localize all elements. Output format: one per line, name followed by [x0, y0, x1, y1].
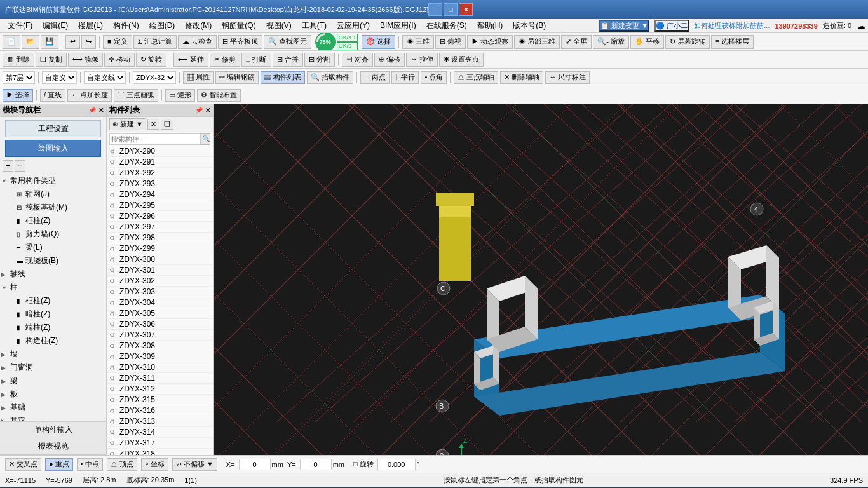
no-offset-button[interactable]: ↛ 不偏移 ▼: [172, 458, 217, 471]
comp-item-zdyx303[interactable]: ⚙ZDYX-303: [107, 287, 213, 297]
toggle-foundation[interactable]: ▶: [1, 405, 10, 411]
redo-button[interactable]: ↪: [81, 35, 96, 49]
tree-group-wall[interactable]: ▶ 墙: [0, 348, 106, 361]
screen-rotate-button[interactable]: ↻ 屏幕旋转: [665, 35, 710, 49]
new-change-button[interactable]: 📋 新建变更 ▼: [599, 20, 649, 32]
pick-comp-button[interactable]: 🔍 抬取构件: [307, 71, 353, 84]
toggle-wall[interactable]: ▶: [1, 351, 10, 358]
report-view-button[interactable]: 报表视览: [0, 438, 106, 455]
comp-panel-pin[interactable]: 📌: [195, 107, 203, 114]
menu-online[interactable]: 在线服务(S): [421, 19, 472, 32]
tree-collapse-button[interactable]: −: [15, 160, 25, 172]
comp-item-zdyx308[interactable]: ⚙ZDYX-308: [107, 341, 213, 351]
comp-item-zdyx300[interactable]: ⚙ZDYX-300: [107, 254, 213, 265]
toggle-slab[interactable]: ▶: [1, 391, 10, 398]
move-button[interactable]: ✛ 移动: [104, 53, 135, 67]
toggle-common[interactable]: ▼: [1, 178, 10, 184]
comp-item-zdyx292[interactable]: ⚙ZDYX-292: [107, 168, 213, 179]
axis-select[interactable]: 自定义线: [84, 71, 126, 84]
undo-button[interactable]: ↩: [65, 35, 80, 49]
comp-item-zdyx312[interactable]: ⚙ZDYX-312: [107, 384, 213, 395]
parallel-button[interactable]: ∥ 平行: [391, 71, 419, 84]
drawing-input-button[interactable]: 绘图输入: [5, 140, 101, 157]
sum-calc-button[interactable]: Σ 汇总计算: [133, 35, 177, 49]
comp-item-zdyx305[interactable]: ⚙ZDYX-305: [107, 308, 213, 319]
add-len-button[interactable]: ↔ 点加长度: [67, 89, 112, 102]
three-arc-button[interactable]: ⌒ 三点画弧: [114, 89, 158, 102]
menu-file[interactable]: 文件(F): [3, 19, 37, 32]
comp-item-zdyx295[interactable]: ⚙ZDYX-295: [107, 200, 213, 211]
copy-button[interactable]: ❑ 复制: [36, 53, 67, 67]
comp-item-zdyx299[interactable]: ⚙ZDYX-299: [107, 243, 213, 254]
x-input[interactable]: [239, 459, 271, 470]
flat-slab-button[interactable]: ⊟ 平齐板顶: [218, 35, 262, 49]
toggle-beam[interactable]: ▶: [1, 378, 10, 384]
minimize-button[interactable]: ─: [428, 3, 442, 16]
left-panel-close[interactable]: ✕: [98, 107, 104, 114]
tree-item-col-struct[interactable]: ▮ 构造柱(Z): [0, 334, 106, 348]
toggle-col[interactable]: ▼: [1, 285, 10, 291]
3d-button[interactable]: ◈ 三维: [402, 35, 434, 49]
zoom-out-button[interactable]: 🔍- 缩放: [593, 35, 629, 49]
extend-button[interactable]: ⟵ 延伸: [173, 53, 208, 67]
menu-view[interactable]: 视图(V): [261, 19, 297, 32]
close-button[interactable]: ✕: [459, 3, 473, 16]
menu-edit[interactable]: 编辑(E): [37, 19, 73, 32]
offset-button[interactable]: ⊕ 偏移: [374, 53, 405, 67]
rotate-input[interactable]: [377, 459, 416, 470]
new-button[interactable]: 📄: [3, 35, 20, 49]
comp-item-zdyx296[interactable]: ⚙ZDYX-296: [107, 211, 213, 222]
comp-item-zdyx306[interactable]: ⚙ZDYX-306: [107, 319, 213, 330]
split-button[interactable]: ⊟ 分割: [304, 53, 335, 67]
edit-rebar-button[interactable]: ✏ 编辑钢筋: [215, 71, 259, 84]
menu-bim[interactable]: BIM应用(I): [375, 19, 421, 32]
tree-item-shearwall[interactable]: ▯ 剪力墙(Q): [0, 227, 106, 241]
comp-item-zdyx313[interactable]: ⚙ZDYX-313: [107, 416, 213, 427]
engineering-setup-button[interactable]: 工程设置: [5, 120, 101, 137]
break-button[interactable]: ⟂ 打断: [241, 53, 271, 67]
comp-list-button[interactable]: ▤ 构件列表: [261, 71, 305, 84]
tree-item-castslab[interactable]: ▬ 现浇板(B): [0, 254, 106, 268]
find-elem-button[interactable]: 🔍 查找图元: [264, 35, 311, 49]
menu-tools[interactable]: 工具(T): [297, 19, 332, 32]
type-select[interactable]: 自定义: [42, 71, 77, 84]
layer-select[interactable]: 第7层: [3, 71, 35, 84]
menu-version[interactable]: 版本号(B): [508, 19, 551, 32]
define-button[interactable]: ■ 定义: [103, 35, 132, 49]
menu-cloud[interactable]: 云应用(Y): [332, 19, 375, 32]
tree-group-common[interactable]: ▼ 常用构件类型: [0, 174, 106, 187]
save-button[interactable]: 💾: [41, 35, 58, 49]
tree-item-col-end[interactable]: ▮ 端柱(Z): [0, 321, 106, 334]
tree-group-axisline[interactable]: ▶ 轴线: [0, 268, 106, 281]
tree-item-axis[interactable]: ⊞ 轴网(J): [0, 187, 106, 201]
menu-help[interactable]: 帮助(H): [472, 19, 508, 32]
pan-button[interactable]: ✋ 平移: [630, 35, 664, 49]
restore-button[interactable]: □: [444, 3, 458, 16]
two-pts-button[interactable]: ⊥ 两点: [360, 71, 390, 84]
snap-heavy-button[interactable]: ● 重点: [45, 458, 73, 471]
tree-group-col[interactable]: ▼ 柱: [0, 281, 106, 294]
3d-viewport[interactable]: X Z Y A1 4 C B: [214, 104, 868, 455]
tree-item-col-frame[interactable]: ▮ 框柱(Z): [0, 294, 106, 308]
comp-item-zdyx304[interactable]: ⚙ZDYX-304: [107, 297, 213, 308]
rotate-button[interactable]: ↻ 旋转: [136, 53, 166, 67]
comp-item-zdyx314[interactable]: ⚙ZDYX-314: [107, 427, 213, 438]
comp-item-zdyx302[interactable]: ⚙ZDYX-302: [107, 276, 213, 287]
dim-label-button[interactable]: ↔ 尺寸标注: [545, 71, 590, 84]
comp-item-zdyx301[interactable]: ⚙ZDYX-301: [107, 265, 213, 276]
align-button[interactable]: ⊣ 对齐: [342, 53, 373, 67]
select-floor-button[interactable]: ≡ 选择楼层: [711, 35, 754, 49]
menu-floor[interactable]: 楼层(L): [73, 19, 108, 32]
snap-top-button[interactable]: △ 顶点: [107, 458, 137, 471]
line-button[interactable]: / 直线: [40, 89, 65, 102]
snap-coord-button[interactable]: ⌖ 坐标: [141, 458, 168, 471]
comp-item-zdyx309[interactable]: ⚙ZDYX-309: [107, 351, 213, 362]
rect-button[interactable]: ▭ 矩形: [165, 89, 195, 102]
fullscreen-button[interactable]: ⤢ 全屏: [561, 35, 592, 49]
comp-item-zdyx317[interactable]: ⚙ZDYX-317: [107, 438, 213, 449]
comp-item-zdyx318[interactable]: ⚙ZDYX-318: [107, 449, 213, 455]
comp-name-select[interactable]: ZDYX-32: [133, 71, 176, 84]
delete-button[interactable]: 🗑 删除: [3, 53, 34, 67]
toggle-doorwin[interactable]: ▶: [1, 365, 10, 371]
new-comp-button[interactable]: ⊕ 新建 ▼: [109, 118, 146, 130]
